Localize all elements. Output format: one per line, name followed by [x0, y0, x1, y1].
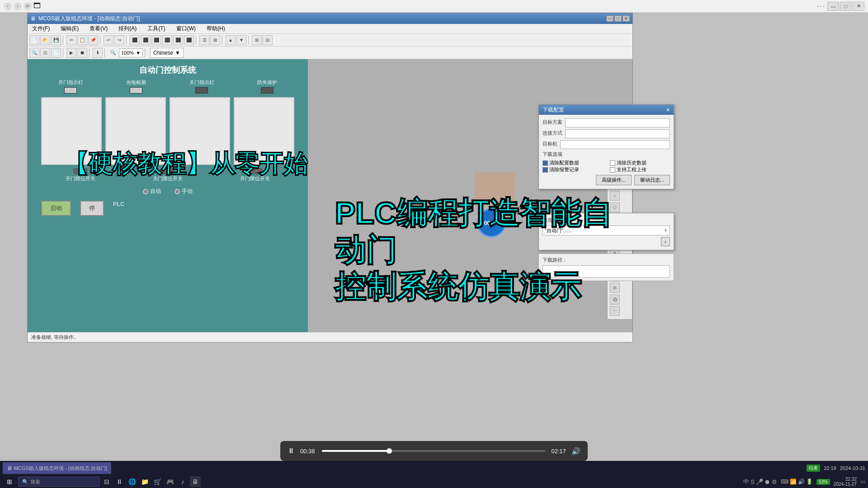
browser-minimize-button[interactable]: — [827, 2, 839, 11]
taskbar-app2[interactable]: 📁 [139, 476, 150, 487]
indicator-fault-protect-lamp[interactable] [261, 87, 274, 94]
windows-search-bar[interactable]: 🔍 搜索 [18, 477, 99, 487]
stop-button[interactable]: 停 [80, 201, 104, 216]
mcgs-close-button[interactable]: ✕ [623, 15, 630, 22]
target-machine-input[interactable] [560, 140, 670, 149]
check-clear-config-box[interactable] [542, 160, 548, 166]
start-button[interactable]: 启动 [41, 201, 71, 216]
sys-battery-icon[interactable]: 🔋 [806, 479, 813, 485]
tool-polygon[interactable]: ⬡ [610, 202, 620, 212]
connect-mode-input[interactable] [565, 129, 670, 138]
tb-cut[interactable]: ✂ [66, 35, 76, 45]
manual-mode-label[interactable]: 手动 [175, 188, 193, 195]
auto-mode-label[interactable]: 自动 [143, 188, 161, 195]
menu-edit[interactable]: 编辑(E) [58, 24, 81, 33]
video-volume-button[interactable]: 🔊 [571, 447, 580, 455]
tb-stop[interactable]: ⏹ [77, 48, 87, 58]
dialog-close-button[interactable]: ✕ [666, 107, 670, 113]
taskbar-app3[interactable]: 🛒 [152, 476, 163, 487]
tb-ungroup[interactable]: ⊞ [210, 35, 220, 45]
lang-expand-button[interactable]: › [661, 237, 670, 246]
tb-open[interactable]: 📂 [40, 35, 50, 45]
tool-switch[interactable]: ⏻ [610, 295, 620, 305]
target-scenario-input[interactable] [565, 118, 670, 127]
browser-close-button[interactable]: ✕ [853, 2, 864, 11]
taskbar-task-view[interactable]: ⊟ [101, 476, 112, 487]
sys-volume-icon[interactable]: 🔊 [798, 479, 805, 485]
video-progress-bar[interactable] [322, 450, 546, 452]
tb-align-c[interactable]: ⬛ [141, 35, 151, 45]
tool-slider[interactable]: ⊟ [610, 283, 620, 293]
mcgs-restore-button[interactable]: □ [614, 15, 622, 22]
zoom-dropdown[interactable]: 100% ▼ [119, 48, 143, 57]
tb-grid[interactable]: ⊞ [252, 35, 262, 45]
taskbar-app1[interactable]: 🌐 [127, 476, 137, 487]
tb-new[interactable]: 📄 [29, 35, 39, 45]
video-play-pause-button[interactable]: ⏸ [288, 447, 295, 455]
check-upload-project-box[interactable] [610, 167, 615, 173]
taskbar-app4[interactable]: 🎮 [165, 476, 175, 487]
menu-view[interactable]: 查看(V) [87, 24, 110, 33]
check-clear-report-box[interactable] [542, 167, 548, 173]
video-player-bar[interactable]: ⏸ 00:38 02:17 🔊 [280, 441, 588, 461]
tray-settings-icon[interactable]: ⚙ [772, 479, 777, 485]
check-clear-history[interactable]: 清除历史数据 [610, 160, 670, 166]
show-desktop-button[interactable]: ▭ [860, 479, 865, 485]
taskbar1-mcgs-item[interactable]: 🖥 MCGS嵌入版组态环境 - [动画组态:自动门] [3, 462, 111, 474]
taskbar-app5[interactable]: ♪ [177, 476, 188, 487]
advanced-ops-button[interactable]: 高级操作... [596, 175, 632, 185]
check-clear-history-box[interactable] [610, 160, 615, 166]
tb-snap[interactable]: ⊟ [263, 35, 273, 45]
back-button[interactable]: ‹ [4, 2, 12, 10]
tray-ime-s[interactable]: S [750, 479, 755, 485]
tray-ime-icon[interactable]: 中 [743, 478, 749, 486]
tb-redo[interactable]: ↪ [114, 35, 124, 45]
sys-network-icon[interactable]: 📶 [790, 479, 797, 485]
tb-align-b[interactable]: ⬛ [184, 35, 194, 45]
tb-align-r[interactable]: ⬛ [151, 35, 161, 45]
menu-arrange[interactable]: 排列(A) [116, 24, 139, 33]
tb-align-m[interactable]: ⬛ [173, 35, 183, 45]
indicator-open-light-lamp[interactable] [64, 87, 77, 94]
tb-save[interactable]: 💾 [51, 35, 61, 45]
tb-layer-up[interactable]: ▲ [226, 35, 236, 45]
tb-paste[interactable]: 📌 [88, 35, 98, 45]
menu-help[interactable]: 帮助(H) [204, 24, 228, 33]
menu-tools[interactable]: 工具(T) [145, 24, 168, 33]
browser-more[interactable]: ··· [817, 2, 826, 10]
tb-group[interactable]: ☰ [199, 35, 209, 45]
mcgs-minimize-button[interactable]: — [606, 15, 613, 22]
download-path-input[interactable] [542, 265, 670, 278]
video-progress-thumb[interactable] [387, 448, 392, 454]
indicator-close-light-lamp[interactable] [195, 87, 208, 94]
taskbar-app6[interactable]: 🖥 [190, 476, 201, 487]
windows-start-button[interactable]: ⊞ [3, 476, 16, 487]
manual-radio[interactable] [175, 189, 180, 194]
check-clear-config[interactable]: 清除配置数据 [542, 160, 603, 166]
check-clear-report[interactable]: 清除报警记录 [542, 166, 603, 173]
tool-ellipse[interactable]: ○ [610, 191, 620, 201]
tb-align-l[interactable]: ⬛ [130, 35, 140, 45]
language-dropdown[interactable]: Chinese ▼ [150, 48, 184, 58]
menu-file[interactable]: 文件(F) [29, 24, 52, 33]
tb-undo[interactable]: ↩ [104, 35, 113, 45]
tool-more[interactable]: ⋯ [610, 306, 620, 316]
tray-mic-icon[interactable]: 🎤 [756, 479, 763, 485]
lang-manager-select[interactable]: "自动门"...... ▼ [542, 225, 670, 235]
taskbar-media-btn[interactable]: ⏸ [114, 476, 125, 487]
menu-window[interactable]: 窗口(W) [174, 24, 198, 33]
indicator-photo-detect-lamp[interactable] [130, 87, 142, 94]
tb-run[interactable]: ▶ [66, 48, 76, 58]
auto-radio[interactable] [143, 189, 148, 194]
forward-button[interactable]: › [14, 2, 22, 10]
sys-keyboard-icon[interactable]: ⌨ [781, 479, 788, 485]
tb-layer-dn[interactable]: ▼ [236, 35, 246, 45]
tb-download[interactable]: ⬇ [93, 48, 103, 58]
tray-record-icon[interactable]: ⏺ [764, 479, 770, 485]
tb-align-t[interactable]: ⬛ [162, 35, 172, 45]
refresh-button[interactable]: ⟳ [24, 2, 32, 10]
tb-zoom-fit[interactable]: ⊡ [40, 48, 50, 58]
tb-zoom-out[interactable]: 🔍 [29, 48, 39, 58]
startup-log-button[interactable]: 驱动日志... [634, 175, 670, 185]
tb-copy[interactable]: 📋 [77, 35, 87, 45]
